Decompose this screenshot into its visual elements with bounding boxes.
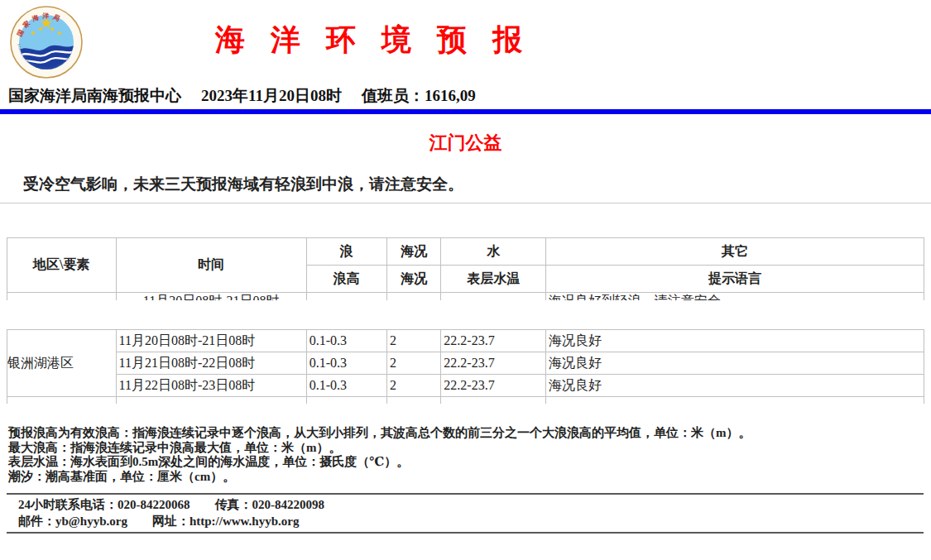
surface-temp-cell: 22.2-23.7	[441, 375, 546, 397]
header-info-line: 国家海洋局南海预报中心 2023年11月20日08时 值班员：1616,09	[8, 85, 476, 107]
website-label: 网址：	[152, 515, 190, 528]
hint-cell: 海况良好	[545, 375, 924, 397]
clipped-row-hint: 海况良好到轻浪，请注意安全	[545, 293, 924, 301]
duty-officer-value: 1616,09	[425, 87, 476, 104]
forecast-data-table: 银洲湖港区 11月20日08时-21日08时 0.1-0.3 2 22.2-23…	[7, 329, 925, 404]
email-label: 邮件：	[18, 515, 55, 528]
forecast-summary-text: 受冷空气影响，未来三天预报海域有轻浪到中浪，请注意安全。	[23, 174, 463, 195]
fax-label: 传真：	[215, 498, 252, 511]
surface-temp-cell: 22.2-23.7	[441, 330, 546, 352]
column-group-wave: 浪	[306, 238, 386, 266]
column-group-seastate: 海况	[387, 238, 441, 266]
table-row: 银洲湖港区 11月20日08时-21日08时 0.1-0.3 2 22.2-23…	[7, 330, 924, 352]
region-title: 江门公益	[0, 131, 931, 156]
time-cell: 11月22日08时-23日08时	[116, 375, 306, 397]
footnote-line: 潮汐：潮高基准面，单位：厘米（cm）。	[8, 470, 751, 485]
issue-datetime: 2023年11月20日08时	[201, 85, 342, 107]
surface-temp-cell: 22.2-23.7	[441, 352, 546, 375]
section-divider-rule	[0, 203, 931, 203]
contact-phone-line: 24小时联系电话：020-84220068传真：020-84220098	[18, 496, 924, 513]
table-row: 11月22日08时-23日08时 0.1-0.3 2 22.2-23.7 海况良…	[7, 375, 924, 397]
website-value: http://www.hyyb.org	[190, 515, 300, 528]
phone-label: 24小时联系电话：	[18, 498, 118, 511]
forecast-header-table: 地区\要素 时间 浪 海况 水 其它 浪高 海况 表层水温 提示语言 11月20…	[7, 237, 925, 300]
sea-state-cell: 2	[387, 330, 441, 352]
contact-web-line: 邮件：yb@hyyb.org网址：http://www.hyyb.org	[18, 513, 924, 529]
state-oceanic-administration-emblem: 国家海洋局 STATE OCEANIC ADMINISTRATION	[10, 6, 83, 79]
column-header-wave-height: 浪高	[306, 266, 386, 293]
footnote-line: 最大浪高：指海浪连续记录中浪高最大值，单位：米（m）。	[8, 441, 751, 456]
fax-value: 020-84220098	[252, 498, 325, 511]
table-row: 11月21日08时-22日08时 0.1-0.3 2 22.2-23.7 海况良…	[7, 352, 924, 375]
clipped-table-row: 11月20日08时-21日08时 海况良好到轻浪，请注意安全	[7, 293, 924, 301]
column-group-other: 其它	[545, 238, 924, 266]
agency-name: 国家海洋局南海预报中心	[8, 85, 181, 107]
clipped-row-time: 11月20日08时-21日08时	[116, 293, 306, 301]
hint-cell: 海况良好	[545, 330, 924, 352]
sea-state-cell: 2	[387, 375, 441, 397]
duty-officer: 值班员：1616,09	[362, 85, 476, 107]
wave-height-cell: 0.1-0.3	[306, 330, 386, 352]
column-header-time: 时间	[116, 238, 306, 293]
wave-height-cell: 0.1-0.3	[306, 375, 386, 397]
column-group-water: 水	[441, 238, 546, 266]
page-title: 海 洋 环 境 预 报	[215, 20, 531, 60]
phone-value: 020-84220068	[118, 498, 190, 511]
marine-forecast-document: 国家海洋局 STATE OCEANIC ADMINISTRATION 海 洋 环…	[0, 0, 931, 560]
header-divider-rule	[0, 109, 931, 114]
agency-logo-icon: 国家海洋局 STATE OCEANIC ADMINISTRATION	[10, 6, 83, 79]
footnotes: 预报浪高为有效浪高：指海浪连续记录中逐个浪高，从大到小排列，其波高总个数的前三分…	[8, 426, 751, 484]
email-value: yb@hyyb.org	[55, 515, 127, 528]
column-header-surface-temp: 表层水温	[441, 266, 546, 293]
footnote-line: 表层水温：海水表面到0.5m深处之间的海水温度，单位：摄氏度（℃）。	[8, 455, 751, 470]
footnote-line: 预报浪高为有效浪高：指海浪连续记录中逐个浪高，从大到小排列，其波高总个数的前三分…	[8, 426, 751, 441]
hint-cell: 海况良好	[545, 352, 924, 375]
contact-block: 24小时联系电话：020-84220068传真：020-84220098 邮件：…	[7, 493, 924, 534]
clipped-table-row	[7, 397, 924, 404]
wave-height-cell: 0.1-0.3	[306, 352, 386, 375]
sea-state-cell: 2	[387, 352, 441, 375]
column-header-region: 地区\要素	[7, 238, 117, 293]
column-header-seastate: 海况	[387, 266, 441, 293]
time-cell: 11月21日08时-22日08时	[116, 352, 306, 375]
duty-officer-label: 值班员：	[362, 87, 425, 104]
column-header-hint: 提示语言	[545, 266, 924, 293]
region-name-cell: 银洲湖港区	[7, 330, 117, 397]
time-cell: 11月20日08时-21日08时	[116, 330, 306, 352]
